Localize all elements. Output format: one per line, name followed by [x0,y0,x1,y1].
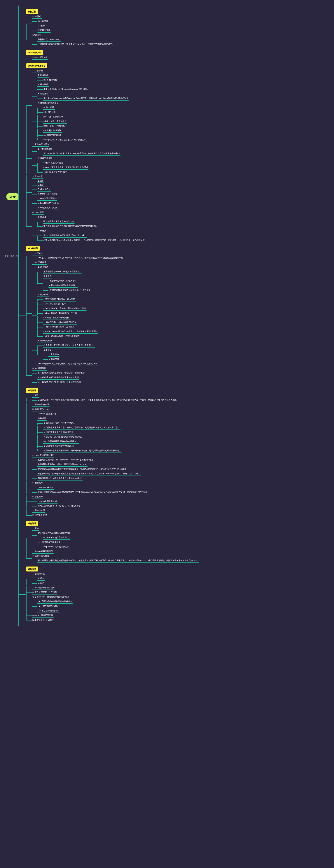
mindmap-node: 切换用户的命令为：su username 【username是你的用户名】 [37,458,94,462]
mindmap-node: 结束进程：kill -9 进程id [32,618,54,622]
mindmap-node: pwd：显示目前的目录 [43,115,64,119]
mindmap-node: 6. 修改账号 [32,495,43,499]
mindmap-note: Linux系统是一个多用户多任务的分时操作系统，任何一个要使用系统资源的用户，都… [37,398,179,402]
mindmap-node: -u：用户信息显示进程 [37,604,59,608]
mindmap-node: 3. nl 显示行号 [37,187,51,191]
mindmap-node: 1. 目录结构 [37,73,49,78]
mindmap-node: 8. 用户命令管理 [32,513,48,517]
mindmap-node: userdel -r 账户名 [37,486,54,490]
mindmap-node: -d 目录 指定用户主目录，如果此目录不存在，则同时使用-m选项，可以创建主目录… [43,426,120,430]
mindmap-node: 文件真正删除的条件是与之相关的所有硬连接文件均被删除。 [43,224,99,228]
mindmap-node: • 字符按键以及Shift组合，输入字符 [43,297,76,302]
mindmap-node: Vim 来建立一个名为txt的文件时，你可以这样做： vim 文件名.txml [37,362,98,366]
mindmap-node: 1. 命令模式 [37,265,49,269]
mindmap-node: 3. 每个进程都有一个父进程 [32,590,58,594]
mindmap-node: 3. 一般模式切换到指令行模式的可用的按钮说明 [37,380,82,384]
mindmap-node: 3. Vim按键说明 [32,366,47,371]
mindmap-node: 另外一种连接称之为符号连接（Symbolic Link） [43,234,87,238]
mindmap-category: Linux中的常用命令 [26,63,47,68]
mindmap-node: -m 使用者目录如不存在则自动建立。 [43,439,79,444]
mindmap-node: 1. 概述 [32,526,39,531]
mindmap-node: 2. Vim三种模式 [32,260,47,265]
mindmap-node: du：检查磁盘空间使用量 [37,540,61,545]
mindmap-node: w 保存文件 [48,357,60,361]
mindmap-note: 在Linux中我们可以使用ll或者ls –l命令来显示一个文件的属性以及文件所属… [43,152,120,156]
mindmap-node: 在终端输入exit或logout或使用快捷方式ctrl+d，可以退回到原来用户，… [37,467,127,471]
mindmap-node: 关机指令为：shutdown ; [37,38,61,42]
mindmap-node: useradd 选项 用户名 [37,412,57,416]
mindmap-note: Vim是从 vi 发展出来的一个文本编辑器。代码补完、编译及错误跳转等方便编程的… [37,256,124,260]
mindmap-node: 2. 每个进程都有自己的id [32,586,55,590]
mindmap-node: chown：更改文件属主，也可以同时更改文件属组 [43,165,89,169]
mindmap-node: mkdir：创建一个新的目录 [43,119,67,124]
mindmap-node: 7. 用户组管理 [32,508,45,513]
mindmap-note: 由根目录 / 写起，例如：/usr/share/doc 这个目录。 [43,87,90,91]
mindmap-node: 1. 硬连接 [37,215,47,219]
mindmap-node: 2. 后台 [37,581,45,585]
mindmap-note: 例如由/usr/share/doc 要到/usr/share/man 底下时，可… [43,96,129,100]
mindmap-node: 1. 进程和存在 [32,572,45,576]
mindmap-node: rm: 移除文件或目录 [43,133,62,137]
mindmap-node: 1. 一般模式可用的光标移动、复制粘贴、搜索替换等 [37,371,86,375]
mindmap-node: Linux一切皆文件 [32,56,48,60]
mindmap-node: 3. 磁盘挂载与卸除 [32,554,50,558]
mindmap-node: 3. 文件查看 [32,175,43,179]
mindmap-category: Linux中的文件 [26,50,43,55]
mindmap-node: 常用的选项包括-c, -d, -m, -g, -G, -s, -u以及-o等 [37,504,81,508]
mindmap-node: -c comment 指定一段注释性描述。 [43,421,76,425]
mindmap-node: 2. 绝对路径 [37,83,49,87]
mindmap-note: df [-ahikHTm] [目录或文件名] [43,535,70,540]
mindmap-node: -g 用户组 指定用户所属的用户组。 [43,430,75,434]
mindmap-node: rmdir：删除一个空的目录 [43,124,67,128]
mindmap-node: • BACK SPACE，退格键，删除光标前一个字符 [43,306,87,311]
mindmap-node: 图形界面登录 [37,28,51,33]
mindmap-node: 用户刚刚启动 vi/vim，便进入了命令模式。 [43,270,82,274]
mindmap-node: • ENTER，回车键，换行 [43,302,66,306]
mindmap-node: • DEL，删除键，删除光标后一个字符 [43,311,78,315]
mindmap-node: -x：显示后台进程参数 [37,609,59,613]
mindmap-node: ssh登录 [37,24,46,28]
mindmap-node: • ESC，退出输入模式，切换到命令模式 [43,334,80,338]
mindmap-node: 1. 前台 [37,577,45,581]
mindmap-node: 基本命令 [43,348,52,352]
mindmap-category: 进程管理 [26,566,38,571]
mindmap-node: 2. 软连接 [37,229,47,233]
mindmap-node: 2. 用户账号的管理 [32,403,50,407]
mindmap-node: 2. 输入模式 [37,293,49,297]
mindmap-category: 账号管理 [26,388,38,393]
mindmap-node: 2. 修改文件属性 [37,156,53,160]
mindmap-node: $表示普通用户，#表示超级用户，也就是root用户 [37,476,83,480]
mindmap-node: 此命令删除用户kuangshen在系统文件中（主要是/etc/passwd, /… [37,490,150,494]
mindmap-node: : 切换到底线命令模式，以在最底一行输入命令。 [48,288,93,292]
mindmap-node: 4. Linux连接 [32,210,44,215]
mindmap-node: 1. 认识Vim [32,251,43,255]
mindmap-node: Linux关机 [32,33,42,37]
mindmap-node: 7. tail取出文件后几行 [37,206,58,210]
mindmap-node: 命令行登录 [37,19,49,23]
mindmap-node: -u 用户号 指定用户的用户号，如果同时有-o选项，则可以重复使用其他用户的标识… [43,448,122,453]
mindmap-node: -s Shell文件 指定用户的登录Shell。 [43,444,76,448]
mindmap-node: 5. 删除账号 [32,481,43,485]
mindmap-node: q 退出程序 [48,352,60,357]
mindmap-node: 4. more 一页一页翻动 [37,192,58,196]
mindmap-node: A 和 B 之间是"主从"关系，如果 B 被删除了，A 仍然存在（因为两个是不同… [43,238,147,242]
mindmap-node: 2. du命令查看使用空间 [32,549,54,554]
root-node: Linux [6,193,19,200]
mindmap-node: i 切换到输入模式，以输入字符。 [48,279,79,283]
mindmap-node: 1. 了解文件属性 [37,147,53,151]
mindmap-node: 6. head取出文件头几行 [37,201,60,205]
mindmap-node: ps -aux：查看所有进程 [32,613,54,618]
mindmap-node: 1. 目录管理 [32,69,43,73]
mindmap-node: df：列出文件系统的整体磁盘使用量 [37,531,71,535]
mindmap-node: cd：切换目录 [43,110,57,114]
mindmap-node: 1. 简介 [32,393,39,398]
mindmap-node: 3. 添加用户useradd [32,407,51,411]
mindmap-node: 3. 相对路径 [37,92,49,96]
mindmap-category: 磁盘管理 [26,521,38,526]
mindmap-node: 5. less 一页一页翻动 [37,196,57,201]
mindmap-node: Linux开机 [32,14,42,19]
mindmap-node: 在切换用户时，如果想在切换用户之后使用新用户的工作环境，可以在su和userna… [37,472,141,476]
mindmap-note: du [-ahskm] 文件或目录名称 [43,545,70,549]
mindmap-node: -G 用户组，用户组 指定用户所属的附加组。 [43,435,84,439]
mindmap-note: ls [-a] 目录名称 [43,78,58,82]
